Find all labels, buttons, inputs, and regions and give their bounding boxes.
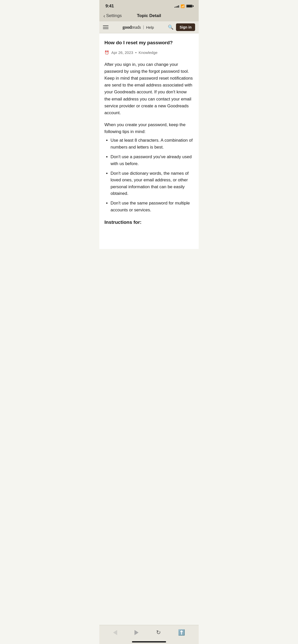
signin-button[interactable]: Sign in bbox=[176, 23, 195, 31]
battery-icon bbox=[186, 5, 193, 8]
signal-icon bbox=[174, 5, 179, 8]
back-label: Settings bbox=[106, 13, 122, 18]
hamburger-menu-button[interactable] bbox=[103, 25, 109, 29]
list-intro: When you create your password, keep the … bbox=[104, 121, 194, 135]
search-icon[interactable]: 🔍 bbox=[168, 24, 173, 30]
status-icons: 📶 bbox=[174, 4, 193, 8]
article-date: Apr 26, 2023 bbox=[111, 50, 133, 55]
chevron-left-icon: ‹ bbox=[103, 13, 105, 18]
goodreads-logo: goodreads bbox=[123, 25, 141, 30]
meta-separator: • bbox=[135, 50, 137, 55]
status-time: 9:41 bbox=[105, 4, 114, 9]
list-item: Don't use a password you've already used… bbox=[111, 154, 194, 167]
article-category: Knowledge bbox=[139, 50, 157, 55]
back-button[interactable]: ‹ Settings bbox=[103, 13, 126, 18]
list-item: Don't use dictionary words, the names of… bbox=[111, 170, 194, 197]
list-item: Use at least 8 characters. A combination… bbox=[111, 137, 194, 151]
tips-list: Use at least 8 characters. A combination… bbox=[104, 137, 194, 213]
wifi-icon: 📶 bbox=[181, 4, 185, 8]
article-body: After you sign in, you can change your p… bbox=[104, 61, 194, 226]
page-title: Topic Detail bbox=[126, 13, 172, 18]
main-content: How do I reset my password? ⏰ Apr 26, 20… bbox=[99, 33, 199, 249]
article-meta: ⏰ Apr 26, 2023 • Knowledge bbox=[104, 50, 194, 55]
list-item: Don't use the same password for multiple… bbox=[111, 200, 194, 213]
web-toolbar: goodreads | Help 🔍 Sign in bbox=[99, 21, 199, 33]
logo-area: goodreads | Help bbox=[111, 25, 165, 30]
logo-divider: | bbox=[143, 25, 144, 30]
article-paragraph-1: After you sign in, you can change your p… bbox=[104, 61, 194, 116]
status-bar: 9:41 📶 bbox=[99, 0, 199, 11]
section-heading: Instructions for: bbox=[104, 218, 194, 226]
nav-bar: ‹ Settings Topic Detail bbox=[99, 11, 199, 21]
clock-icon: ⏰ bbox=[104, 50, 109, 55]
article-title: How do I reset my password? bbox=[104, 39, 194, 46]
help-link[interactable]: Help bbox=[146, 25, 154, 30]
